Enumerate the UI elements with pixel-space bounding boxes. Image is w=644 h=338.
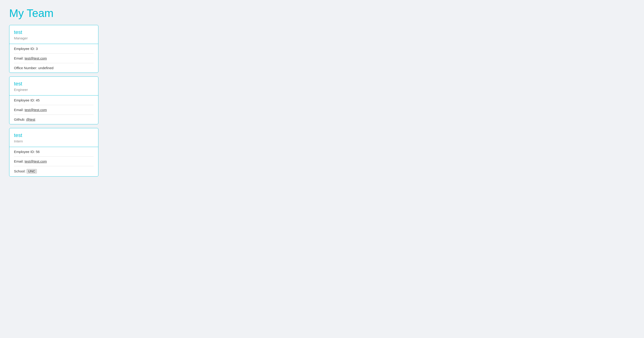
- card-name-engineer: test: [14, 81, 94, 87]
- card-role-intern: Intern: [14, 139, 94, 143]
- card-role-engineer: Engineer: [14, 88, 94, 92]
- card-header-engineer: test Engineer: [10, 77, 98, 96]
- detail-email-engineer: Email: test@test.com: [14, 105, 94, 115]
- email-link-engineer[interactable]: test@test.com: [24, 108, 47, 112]
- team-container: test Manager Employee ID: 3 Email: test@…: [9, 25, 98, 177]
- card-header-intern: test Intern: [10, 128, 98, 147]
- card-details-manager: Employee ID: 3 Email: test@test.com Offi…: [10, 44, 98, 73]
- detail-employee-id-engineer: Employee ID: 45: [14, 96, 94, 105]
- card-name-manager: test: [14, 29, 94, 35]
- card-header-manager: test Manager: [10, 25, 98, 44]
- email-label-manager: Email:: [14, 56, 24, 60]
- detail-employee-id-intern: Employee ID: 56: [14, 147, 94, 157]
- detail-employee-id-manager: Employee ID: 3: [14, 44, 94, 54]
- github-label-engineer: Github:: [14, 118, 26, 121]
- email-link-intern[interactable]: test@test.com: [24, 159, 47, 163]
- email-link-manager[interactable]: test@test.com: [24, 56, 47, 60]
- card-details-engineer: Employee ID: 45 Email: test@test.com Git…: [10, 96, 98, 124]
- team-card-manager: test Manager Employee ID: 3 Email: test@…: [9, 25, 98, 73]
- page-title: My Team: [9, 7, 635, 20]
- detail-email-manager: Email: test@test.com: [14, 54, 94, 63]
- detail-school-intern: School: UNC: [14, 166, 94, 176]
- detail-email-intern: Email: test@test.com: [14, 157, 94, 166]
- card-details-intern: Employee ID: 56 Email: test@test.com Sch…: [10, 147, 98, 176]
- detail-github-engineer: Github: @test: [14, 115, 94, 124]
- card-name-intern: test: [14, 132, 94, 138]
- school-label-intern: School:: [14, 169, 26, 173]
- detail-office-manager: Office Number: undefined: [14, 63, 94, 73]
- card-role-manager: Manager: [14, 36, 94, 40]
- github-link-engineer[interactable]: @test: [26, 118, 35, 121]
- team-card-intern: test Intern Employee ID: 56 Email: test@…: [9, 128, 98, 177]
- team-card-engineer: test Engineer Employee ID: 45 Email: tes…: [9, 77, 98, 124]
- email-label-intern: Email:: [14, 159, 24, 163]
- school-badge-intern: UNC: [26, 169, 37, 174]
- email-label-engineer: Email:: [14, 108, 24, 112]
